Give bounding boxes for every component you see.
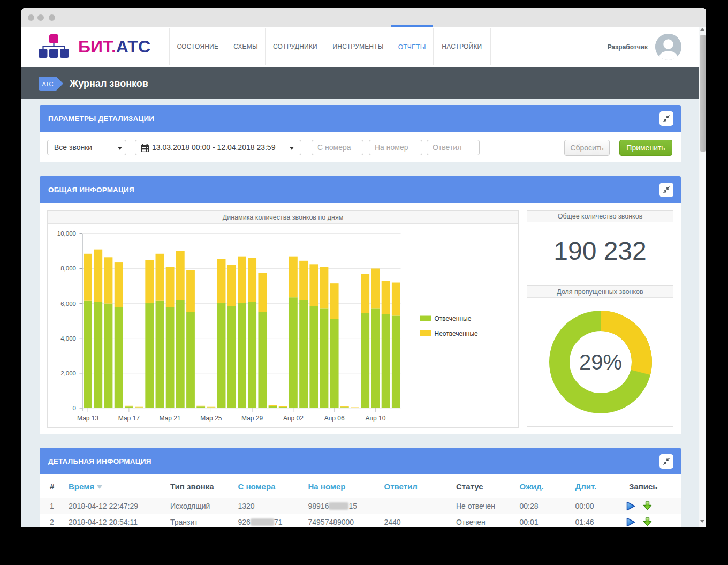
svg-text:0: 0 xyxy=(73,405,76,411)
svg-text:Неотвеченные: Неотвеченные xyxy=(435,330,479,337)
svg-text:Отвеченные: Отвеченные xyxy=(435,315,472,322)
svg-text:АТС: АТС xyxy=(42,81,53,87)
svg-text:Мар 29: Мар 29 xyxy=(241,415,263,422)
svg-text:Мар 13: Мар 13 xyxy=(77,415,98,422)
svg-text:8,000: 8,000 xyxy=(60,265,76,272)
svg-text:4,000: 4,000 xyxy=(60,335,76,342)
svg-text:Апр 02: Апр 02 xyxy=(283,415,304,422)
svg-text:6,000: 6,000 xyxy=(60,300,76,307)
svg-text:Апр 10: Апр 10 xyxy=(365,415,385,422)
svg-text:2,000: 2,000 xyxy=(60,370,76,376)
svg-text:Мар 17: Мар 17 xyxy=(118,415,140,422)
svg-text:Апр 06: Апр 06 xyxy=(324,415,345,422)
svg-text:Мар 25: Мар 25 xyxy=(200,415,222,422)
svg-text:10,000: 10,000 xyxy=(57,230,76,237)
svg-text:29%: 29% xyxy=(579,350,622,374)
svg-text:Мар 21: Мар 21 xyxy=(160,415,181,422)
